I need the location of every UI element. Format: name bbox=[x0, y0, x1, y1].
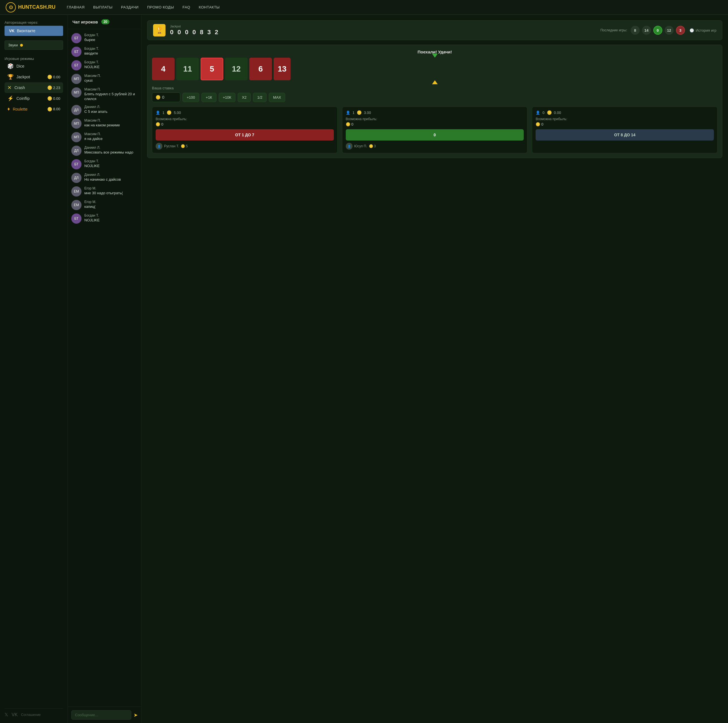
col3-coin-icon: 🪙 bbox=[547, 110, 552, 115]
nav-promo[interactable]: ПРОМО КОДЫ bbox=[147, 5, 174, 9]
chat-message: БТ Богдан Т. NOJLIKE bbox=[68, 157, 141, 171]
col3-players: 0 bbox=[542, 111, 544, 115]
vk-footer-icon[interactable]: VK bbox=[12, 712, 18, 717]
jackpot-icon: 🏆 bbox=[8, 74, 14, 80]
roulette-cell-4: 6 bbox=[249, 58, 272, 80]
col2-profit-coin: 🪙 bbox=[346, 122, 350, 127]
chat-send-button[interactable]: ➤ bbox=[133, 712, 138, 718]
chat-title: Чат игроков bbox=[72, 20, 98, 24]
msg-content: Богдан Т. вводите bbox=[84, 47, 99, 57]
msg-text: капиц( bbox=[84, 204, 96, 209]
mode-coinflip[interactable]: ⚡ Coinflip 🪙 0.00 bbox=[5, 93, 63, 104]
bet-btn-max[interactable]: MAX bbox=[269, 93, 285, 102]
roulette-balance-val: 8.00 bbox=[53, 107, 60, 111]
bet-col-3-header: 👤 0 🪙 0.00 bbox=[535, 110, 714, 115]
col2-profit-label: Возможна прибыль: bbox=[346, 117, 524, 121]
bet-btn-10k[interactable]: +10К bbox=[219, 93, 236, 102]
chat-message: ДЛ Даниил Л. Но начинаю с дайсов bbox=[68, 171, 141, 185]
roulette-cell-2: 5 bbox=[200, 58, 223, 80]
col1-profit-label: Возможна прибыль: bbox=[156, 117, 334, 121]
col3-profit-val: 🪙 0 bbox=[535, 122, 714, 127]
header: ⊙ HUNTCASH.RU ГЛАВНАЯ ВЫПЛАТЫ РАЗДАЧИ ПР… bbox=[0, 0, 728, 15]
bet-col-3: 👤 0 🪙 0.00 Возможна прибыль: 🪙 0 ОТ 8 ДО… bbox=[532, 107, 717, 153]
msg-text: как на каком режиме bbox=[84, 123, 120, 128]
send-icon: ➤ bbox=[133, 712, 138, 718]
col1-player-name: Руслан Т. bbox=[164, 144, 179, 148]
bet-btn-1k[interactable]: +1К bbox=[202, 93, 216, 102]
chat-message: МП Максим П. как на каком режиме bbox=[68, 117, 141, 130]
recent-game-3: 12 bbox=[665, 26, 674, 35]
main-wrapper: Авторизация через: VK Вконтакте Звуки Иг… bbox=[0, 15, 728, 723]
auth-label: Авторизация через: bbox=[5, 20, 63, 24]
msg-content: Егор М. мне 30 надо отыграть( bbox=[84, 186, 123, 197]
logo-text: HUNTCASH.RU bbox=[18, 4, 55, 10]
auth-section: Авторизация через: VK Вконтакте bbox=[5, 20, 63, 36]
col2-profit-val: 🪙 0 bbox=[346, 122, 524, 127]
roulette-coin-icon: 🪙 bbox=[47, 107, 52, 111]
vk-login-button[interactable]: VK Вконтакте bbox=[5, 26, 63, 36]
chat-message: БТ Богдан Т. NOJLIKE bbox=[68, 58, 141, 72]
msg-avatar: БТ bbox=[71, 159, 81, 169]
roulette-cell-3: 12 bbox=[225, 58, 248, 80]
recent-game-4: 3 bbox=[676, 26, 685, 35]
coinflip-balance: 🪙 0.00 bbox=[47, 96, 60, 101]
recent-game-0: 8 bbox=[631, 26, 640, 35]
bet-btn-100[interactable]: +100 bbox=[182, 93, 199, 102]
nav-faq[interactable]: FAQ bbox=[182, 5, 190, 9]
msg-text: бырее bbox=[84, 38, 99, 43]
col3-profit-num: 0 bbox=[541, 122, 543, 127]
roulette-balance: 🪙 8.00 bbox=[47, 107, 60, 111]
nav-contacts[interactable]: КОНТАКТЫ bbox=[199, 5, 220, 9]
col3-action-btn[interactable]: ОТ 8 ДО 14 bbox=[535, 129, 714, 140]
msg-content: Даниил Л. Но начинаю с дайсов bbox=[84, 173, 121, 183]
col1-players: 1 bbox=[162, 111, 164, 115]
chat-message: ДЛ Даниил Л. Миксовать все режимы надо bbox=[68, 144, 141, 157]
col2-action-btn[interactable]: 0 bbox=[346, 129, 524, 140]
mode-crash[interactable]: ✕ Crash 🪙 2.23 bbox=[5, 82, 63, 93]
mode-roulette-label: Roulette bbox=[13, 107, 44, 111]
col1-player: 👤 Руслан Т. 🪙 5 bbox=[156, 143, 334, 149]
chat-input[interactable] bbox=[71, 710, 131, 720]
bet-btn-x2[interactable]: X2 bbox=[238, 93, 251, 102]
mode-roulette[interactable]: ♦ Roulette 🪙 8.00 bbox=[5, 104, 63, 114]
chat-panel: Чат игроков 20 БТ Богдан Т. бырее БТ Бог… bbox=[68, 15, 141, 723]
history-icon: 🕐 bbox=[690, 28, 694, 32]
mode-jackpot[interactable]: 🏆 Jackpot 🪙 0.00 bbox=[5, 72, 63, 82]
msg-avatar: БТ bbox=[71, 60, 81, 70]
twitter-icon[interactable]: 𝕏 bbox=[5, 712, 8, 717]
coinflip-coin-icon: 🪙 bbox=[47, 96, 52, 101]
strip-indicator-bottom bbox=[432, 80, 438, 84]
mode-dice[interactable]: 🎲 Dice bbox=[5, 61, 63, 72]
col1-action-btn[interactable]: ОТ 1 ДО 7 bbox=[156, 129, 334, 140]
mode-dice-label: Dice bbox=[17, 64, 60, 69]
logo[interactable]: ⊙ HUNTCASH.RU bbox=[6, 2, 55, 12]
bet-input-display: 🪙 0 bbox=[152, 93, 180, 102]
history-button[interactable]: 🕐 История игр bbox=[690, 28, 716, 32]
msg-avatar: ДЛ bbox=[71, 173, 81, 183]
col2-coin-icon: 🪙 bbox=[357, 110, 362, 115]
agreement-link[interactable]: Соглашение bbox=[21, 713, 40, 717]
msg-text: сука\ bbox=[84, 78, 101, 83]
chat-messages[interactable]: БТ Богдан Т. бырее БТ Богдан Т. вводите … bbox=[68, 29, 141, 706]
bet-coin-icon: 🪙 bbox=[156, 95, 161, 99]
nav-payouts[interactable]: ВЫПЛАТЫ bbox=[93, 5, 113, 9]
nav-home[interactable]: ГЛАВНАЯ bbox=[67, 5, 85, 9]
sound-button[interactable]: Звуки bbox=[5, 40, 63, 50]
mode-crash-label: Crash bbox=[14, 85, 44, 90]
msg-avatar: БТ bbox=[71, 47, 81, 57]
msg-avatar: БТ bbox=[71, 214, 81, 224]
chat-online-count: 20 bbox=[101, 19, 110, 24]
msg-text: я на дайсе bbox=[84, 137, 102, 141]
msg-content: Богдан Т. NOJLIKE bbox=[84, 214, 99, 224]
crash-coin-icon: 🪙 bbox=[47, 85, 52, 90]
recent-game-1: 14 bbox=[642, 26, 651, 35]
chat-message: МП Максим П. я на дайсе bbox=[68, 130, 141, 144]
msg-name: Егор М. bbox=[84, 186, 123, 190]
bet-btn-half[interactable]: 1/2 bbox=[253, 93, 266, 102]
nav-giveaways[interactable]: РАЗДАЧИ bbox=[121, 5, 139, 9]
msg-name: Егор М. bbox=[84, 200, 96, 204]
col1-profit-val: 🪙 0 bbox=[156, 122, 334, 127]
modes-section: Игровые режимы 🎲 Dice 🏆 Jackpot 🪙 0.00 ✕… bbox=[5, 54, 63, 114]
modes-label: Игровые режимы bbox=[5, 56, 63, 61]
msg-avatar: ЕМ bbox=[71, 200, 81, 210]
